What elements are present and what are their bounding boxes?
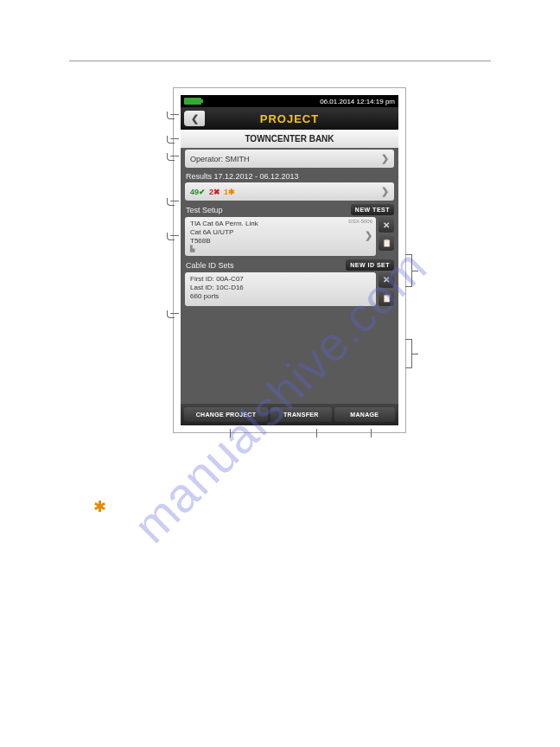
- close-icon: ✕: [383, 275, 390, 284]
- transfer-button[interactable]: TRANSFER: [270, 407, 331, 422]
- close-icon: ✕: [383, 220, 390, 230]
- delete-idset-button[interactable]: ✕: [379, 272, 394, 288]
- header-divider: [69, 61, 491, 61]
- cross-icon: ✖: [213, 188, 220, 196]
- check-icon: ✔: [199, 188, 206, 196]
- cable-id-side-icons: ✕ 📋: [379, 272, 394, 306]
- callout-tick: [230, 429, 231, 437]
- callout-leader: [170, 138, 179, 139]
- cableid-line2: Last ID: 10C-D16: [190, 284, 371, 292]
- chevron-right-icon: ❯: [381, 153, 389, 164]
- setup-line3: T568B: [190, 237, 371, 246]
- device-screen: 06.01.2014 12:14:19 pm ❮ PROJECT TOWNCEN…: [181, 95, 398, 425]
- test-setup-header: Test Setup NEW TEST: [181, 202, 398, 215]
- page-title: PROJECT: [181, 112, 398, 125]
- star-icon: ✱: [228, 188, 235, 196]
- setup-line2: Cat 6A U/UTP: [190, 228, 371, 237]
- callout-bracket: [405, 339, 412, 368]
- status-bar: 06.01.2014 12:14:19 pm: [181, 95, 398, 107]
- operator-label: Operator: SMITH: [190, 155, 250, 163]
- callout-leader: [170, 156, 179, 156]
- cable-id-box[interactable]: First ID: 00A-C07 Last ID: 10C-D16 660 p…: [185, 272, 376, 306]
- chevron-right-icon: ❯: [381, 186, 389, 197]
- results-counts: 49✔ 2✖ 1✱: [190, 188, 235, 196]
- battery-icon: [184, 98, 201, 105]
- clipboard-icon: 📋: [382, 239, 391, 247]
- chevron-right-icon: ❯: [365, 231, 372, 243]
- callout-leader: [170, 313, 179, 314]
- copy-setup-button[interactable]: 📋: [379, 235, 394, 251]
- callout-tick: [371, 429, 372, 437]
- callout-leader: [170, 201, 179, 201]
- manage-button[interactable]: MANAGE: [334, 407, 395, 422]
- test-setup-row: DSX-5000 TIA Cat 6A Perm. Link Cat 6A U/…: [185, 217, 394, 256]
- results-row[interactable]: 49✔ 2✖ 1✱ ❯: [185, 182, 394, 201]
- cable-ids-label: Cable ID Sets: [186, 259, 239, 270]
- module-label: DSX-5000: [348, 219, 372, 226]
- results-range: Results 17.12.2012 - 06.12.2013: [181, 169, 398, 181]
- test-setup-label: Test Setup: [186, 203, 228, 214]
- test-setup-side-icons: ✕ 📋: [379, 217, 394, 256]
- operator-row[interactable]: Operator: SMITH ❯: [185, 150, 394, 168]
- device-frame: 06.01.2014 12:14:19 pm ❮ PROJECT TOWNCEN…: [173, 87, 406, 433]
- back-button[interactable]: ❮: [184, 111, 205, 126]
- cableid-line3: 660 ports: [190, 292, 371, 301]
- callout-tick: [316, 429, 317, 437]
- title-bar: ❮ PROJECT: [181, 107, 398, 130]
- cable-ids-header: Cable ID Sets NEW ID SET: [181, 258, 398, 271]
- clipboard-icon: 📋: [382, 294, 391, 303]
- new-test-button[interactable]: NEW TEST: [351, 204, 394, 215]
- test-setup-box[interactable]: DSX-5000 TIA Cat 6A Perm. Link Cat 6A U/…: [185, 217, 376, 256]
- cableid-line1: First ID: 00A-C07: [190, 275, 371, 284]
- bottom-bar: CHANGE PROJECT TRANSFER MANAGE: [181, 404, 398, 425]
- pass-count: 49: [190, 188, 199, 196]
- project-name: TOWNCENTER BANK: [181, 130, 398, 148]
- callout-leader: [170, 235, 179, 236]
- copy-idset-button[interactable]: 📋: [379, 290, 394, 306]
- cable-id-row: First ID: 00A-C07 Last ID: 10C-D16 660 p…: [185, 272, 394, 306]
- callout-leader: [170, 114, 179, 115]
- new-id-set-button[interactable]: NEW ID SET: [346, 259, 394, 271]
- setup-line1: TIA Cat 6A Perm. Link: [190, 220, 371, 228]
- asterisk-icon: ✱: [93, 497, 106, 516]
- delete-setup-button[interactable]: ✕: [379, 217, 394, 233]
- status-datetime: 06.01.2014 12:14:19 pm: [320, 98, 395, 105]
- change-project-button[interactable]: CHANGE PROJECT: [184, 407, 268, 422]
- callout-bracket: [405, 254, 412, 287]
